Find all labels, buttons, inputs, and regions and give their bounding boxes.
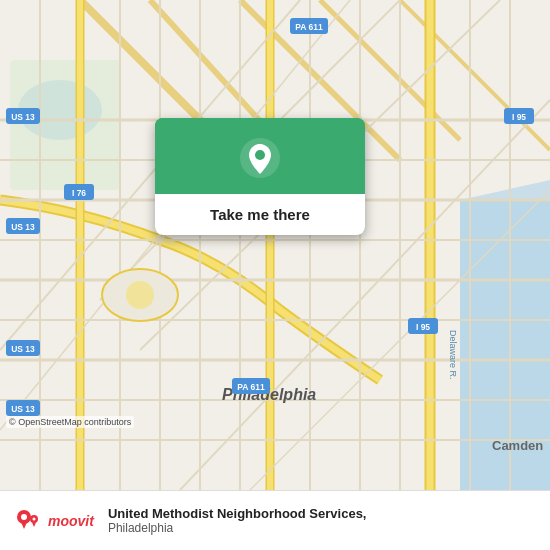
svg-rect-2 (10, 60, 120, 190)
location-info: United Methodist Neighborhood Services, … (108, 506, 367, 535)
svg-text:US 13: US 13 (11, 112, 35, 122)
svg-text:Camden: Camden (492, 438, 543, 453)
svg-text:PA 611: PA 611 (237, 382, 265, 392)
location-name: United Methodist Neighborhood Services, (108, 506, 367, 521)
svg-text:US 13: US 13 (11, 344, 35, 354)
svg-point-67 (255, 150, 265, 160)
map-popup[interactable]: Take me there (155, 118, 365, 235)
svg-text:PA 611: PA 611 (295, 22, 323, 32)
svg-text:I 95: I 95 (416, 322, 430, 332)
popup-label-area: Take me there (155, 194, 365, 235)
moovit-logo: moovit (14, 507, 94, 535)
bottom-bar: moovit United Methodist Neighborhood Ser… (0, 490, 550, 550)
location-city: Philadelphia (108, 521, 367, 535)
osm-attribution: © OpenStreetMap contributors (6, 416, 134, 428)
map-container: Philadelphia Camden Delaware R. PA 611 P… (0, 0, 550, 490)
moovit-icon (14, 507, 42, 535)
svg-text:US 13: US 13 (11, 404, 35, 414)
svg-point-73 (33, 517, 36, 520)
moovit-text: moovit (48, 513, 94, 529)
svg-text:Delaware R.: Delaware R. (448, 330, 458, 380)
svg-text:I 95: I 95 (512, 112, 526, 122)
svg-text:I 76: I 76 (72, 188, 86, 198)
svg-point-70 (21, 514, 27, 520)
location-pin-icon (238, 136, 282, 180)
popup-icon-area (155, 118, 365, 194)
svg-point-42 (126, 281, 154, 309)
svg-text:US 13: US 13 (11, 222, 35, 232)
popup-label: Take me there (210, 206, 310, 223)
